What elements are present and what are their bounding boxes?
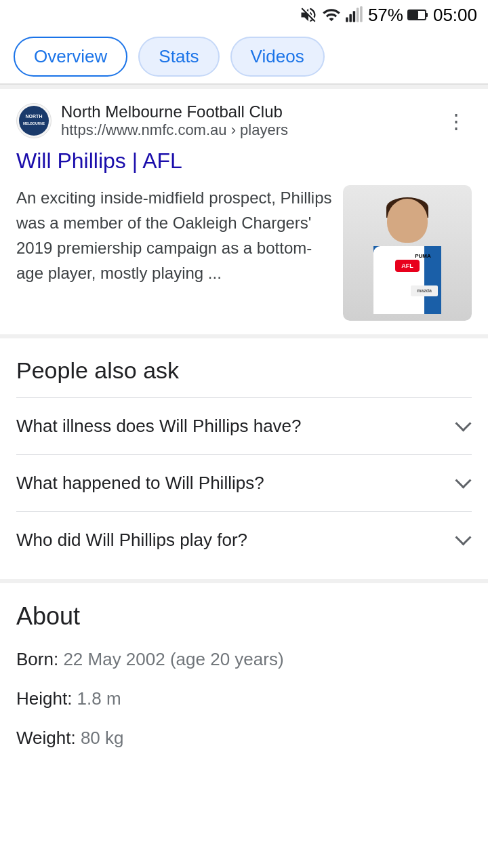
mute-icon [299,5,318,24]
source-info: North Melbourne Football Club https://ww… [61,102,288,139]
battery-icon [407,5,429,24]
svg-rect-3 [357,8,359,22]
faq-item-2[interactable]: Who did Will Phillips play for? [16,511,472,568]
faq-question-1: What happened to Will Phillips? [16,473,453,494]
about-height-label: Height: [16,688,72,709]
svg-text:NORTH: NORTH [26,114,43,119]
svg-rect-7 [426,13,428,17]
signal-icon [345,5,364,24]
source-url: https://www.nmfc.com.au › players [61,121,288,139]
faq-item-0[interactable]: What illness does Will Phillips have? [16,397,472,454]
more-options-button[interactable]: ⋮ [441,104,472,138]
about-height-row: Height: 1.8 m [16,686,472,711]
faq-question-0: What illness does Will Phillips have? [16,416,453,437]
clock-time: 05:00 [433,5,477,26]
source-left: NORTH MELBOURNE North Melbourne Football… [16,102,288,139]
svg-point-8 [20,107,47,134]
search-result-card: NORTH MELBOURNE North Melbourne Football… [0,89,488,338]
tab-overview[interactable]: Overview [14,37,127,77]
tab-bar: Overview Stats Videos [0,30,488,85]
about-weight-value: 80 kg [76,728,124,748]
people-also-ask-title: People also ask [16,357,472,384]
svg-rect-1 [349,14,352,22]
about-height-value: 1.8 m [72,688,121,709]
status-icons: 57% 05:00 [299,5,477,26]
wifi-icon [322,5,341,24]
about-weight-label: Weight: [16,728,76,748]
about-section: About Born: 22 May 2002 (age 20 years) H… [0,583,488,785]
faq-question-2: Who did Will Phillips play for? [16,530,453,551]
source-name: North Melbourne Football Club [61,102,288,121]
svg-rect-0 [346,18,348,22]
svg-rect-6 [409,11,418,19]
result-description: An exciting inside-midfield prospect, Ph… [16,185,332,286]
tab-stats[interactable]: Stats [138,37,219,77]
svg-rect-2 [353,11,356,22]
status-bar: 57% 05:00 [0,0,488,30]
about-weight-row: Weight: 80 kg [16,726,472,750]
site-icon: NORTH MELBOURNE [16,103,52,138]
result-body: An exciting inside-midfield prospect, Ph… [16,185,472,321]
result-title[interactable]: Will Phillips | AFL [16,147,472,176]
player-figure: AFL PUMA mazda [343,185,472,321]
about-born-row: Born: 22 May 2002 (age 20 years) [16,647,472,671]
svg-text:MELBOURNE: MELBOURNE [23,121,45,125]
people-also-ask-section: People also ask What illness does Will P… [0,338,488,583]
battery-percentage: 57% [368,5,403,26]
svg-rect-4 [360,6,363,22]
player-head [387,199,428,243]
site-icon-inner: NORTH MELBOURNE [19,106,49,136]
chevron-down-icon-1 [453,473,472,492]
about-title: About [16,602,472,631]
chevron-down-icon-2 [453,530,472,549]
about-born-value: 22 May 2002 (age 20 years) [58,649,283,669]
about-born-label: Born: [16,649,58,669]
faq-item-1[interactable]: What happened to Will Phillips? [16,454,472,511]
chevron-down-icon-0 [453,416,472,435]
result-image: AFL PUMA mazda [343,185,472,321]
result-source-row: NORTH MELBOURNE North Melbourne Football… [16,102,472,139]
tab-videos[interactable]: Videos [230,37,325,77]
